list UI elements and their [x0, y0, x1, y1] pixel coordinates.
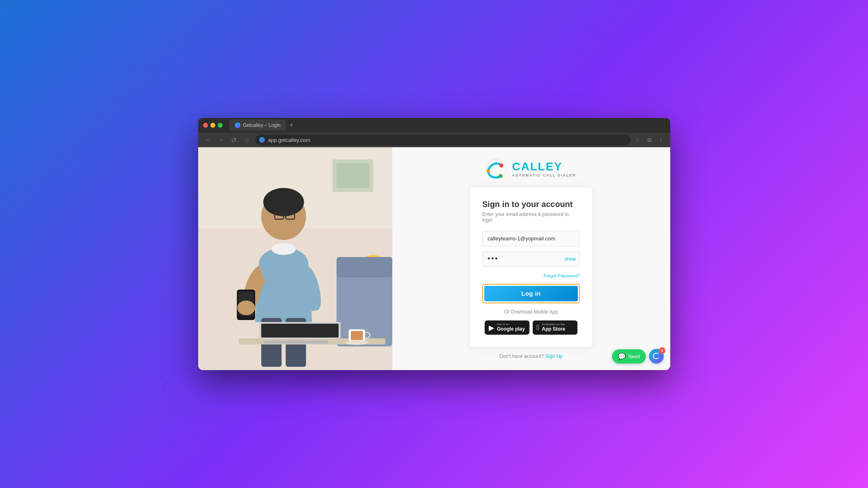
app-store-sub: Available on the — [542, 323, 565, 326]
close-button[interactable] — [203, 123, 208, 128]
whatsapp-label: Need — [628, 354, 640, 359]
browser-titlebar: Getcalley – Login + — [198, 118, 670, 133]
password-field: show — [482, 251, 580, 267]
login-title: Sign in to your account — [482, 200, 580, 209]
google-play-sub: Get it on — [497, 323, 525, 326]
maximize-button[interactable] — [218, 123, 223, 128]
app-store-badge[interactable]:  Available on the App Store — [533, 320, 577, 335]
login-subtitle: Enter your email address & password to l… — [482, 211, 580, 223]
logo-name: CALLEY — [512, 160, 576, 173]
apple-icon:  — [537, 323, 540, 332]
svg-point-12 — [271, 243, 296, 255]
browser-window: Getcalley – Login + ← → ↺ ⌂ ☆ ⧉ ⋮ — [198, 118, 670, 370]
address-bar-container — [255, 135, 630, 145]
email-input[interactable] — [482, 231, 580, 246]
svg-rect-23 — [351, 331, 363, 340]
whatsapp-chat-button[interactable]: 💬 Need — [612, 349, 646, 364]
hero-illustration — [198, 147, 392, 370]
svg-rect-3 — [337, 163, 369, 188]
forward-button[interactable]: → — [216, 135, 226, 145]
forgot-password-link: Forgot Password? — [482, 272, 580, 279]
svg-point-8 — [263, 188, 304, 216]
new-tab-button[interactable]: + — [288, 122, 295, 129]
home-button[interactable]: ⌂ — [242, 135, 252, 145]
minimize-button[interactable] — [210, 123, 215, 128]
svg-point-27 — [498, 174, 503, 178]
svg-rect-21 — [263, 340, 328, 344]
app-store-main: App Store — [542, 326, 565, 333]
bookmark-icon[interactable]: ☆ — [634, 135, 643, 144]
back-button[interactable]: ← — [203, 135, 213, 145]
google-play-main: Google play — [497, 326, 525, 333]
whatsapp-icon: 💬 — [618, 353, 626, 360]
login-button[interactable]: Log in — [484, 286, 578, 301]
toolbar-icons: ☆ ⧉ ⋮ — [634, 135, 665, 144]
active-tab[interactable]: Getcalley – Login — [229, 120, 286, 131]
tab-title: Getcalley – Login — [243, 122, 281, 128]
login-button-wrapper: Log in — [482, 284, 580, 303]
app-store-text: Available on the App Store — [542, 323, 565, 333]
forgot-password-anchor[interactable]: Forgot Password? — [544, 273, 580, 278]
menu-icon[interactable]: ⋮ — [656, 135, 665, 144]
app-badges: ▶ Get it on Google play  Available on t… — [482, 320, 580, 335]
address-input[interactable] — [255, 135, 630, 145]
login-logo: CALLEY AUTOMATIC CALL DIALER — [486, 158, 576, 179]
svg-point-15 — [237, 301, 255, 315]
svg-point-28 — [487, 170, 490, 173]
login-card: Sign in to your account Enter your email… — [470, 187, 592, 347]
sign-up-link[interactable]: Sign Up — [545, 353, 563, 359]
tab-favicon-icon — [235, 122, 241, 128]
extensions-icon[interactable]: ⧉ — [645, 135, 654, 144]
refresh-button[interactable]: ↺ — [229, 135, 239, 145]
svg-point-26 — [499, 163, 503, 168]
site-favicon-icon — [259, 137, 265, 143]
browser-tabs: Getcalley – Login + — [229, 120, 665, 131]
calley-fab-icon — [652, 352, 660, 360]
google-play-text: Get it on Google play — [497, 323, 525, 333]
show-password-button[interactable]: show — [564, 256, 576, 262]
dont-have-text: Don't have account? — [499, 353, 544, 359]
svg-point-24 — [345, 340, 368, 345]
svg-rect-20 — [261, 324, 339, 338]
login-panel: CALLEY AUTOMATIC CALL DIALER Sign in to … — [392, 147, 670, 370]
signup-prompt: Don't have account? Sign Up — [499, 353, 562, 359]
calley-fab-button[interactable]: 1 — [649, 349, 664, 364]
google-play-icon: ▶ — [489, 323, 494, 332]
hero-image — [198, 147, 392, 370]
svg-rect-6 — [337, 257, 392, 277]
calley-logo-icon — [486, 158, 507, 179]
logo-tagline: AUTOMATIC CALL DIALER — [512, 173, 576, 177]
photo-panel — [198, 147, 392, 370]
browser-toolbar: ← → ↺ ⌂ ☆ ⧉ ⋮ — [198, 133, 670, 147]
logo-text: CALLEY AUTOMATIC CALL DIALER — [512, 160, 576, 177]
google-play-badge[interactable]: ▶ Get it on Google play — [485, 320, 529, 335]
or-download-text: Or Download Mobile App — [482, 309, 580, 315]
email-field — [482, 231, 580, 246]
browser-content: CALLEY AUTOMATIC CALL DIALER Sign in to … — [198, 147, 670, 370]
fab-badge-count: 1 — [659, 347, 665, 354]
traffic-lights — [203, 123, 223, 128]
